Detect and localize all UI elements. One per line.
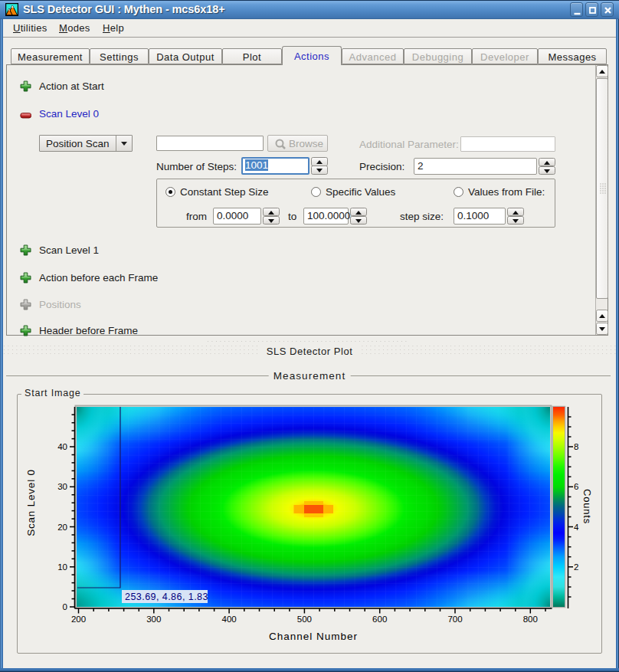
svg-text:Channel Number: Channel Number (269, 631, 358, 642)
svg-text:Scan Level 0: Scan Level 0 (25, 469, 37, 536)
svg-text:400: 400 (222, 615, 237, 624)
svg-text:20: 20 (57, 523, 67, 532)
svg-text:8: 8 (574, 442, 578, 451)
svg-text:30: 30 (57, 482, 67, 491)
svg-text:Counts: Counts (581, 489, 593, 524)
svg-text:253.69, 4.86, 1.83: 253.69, 4.86, 1.83 (125, 592, 208, 602)
svg-text:4: 4 (574, 523, 579, 532)
svg-text:2: 2 (574, 562, 578, 572)
svg-text:10: 10 (57, 562, 67, 572)
svg-text:0: 0 (63, 602, 67, 611)
svg-text:800: 800 (523, 615, 538, 624)
svg-text:200: 200 (71, 615, 86, 624)
svg-text:700: 700 (447, 615, 462, 624)
svg-text:300: 300 (146, 615, 161, 624)
svg-text:40: 40 (57, 442, 67, 451)
svg-text:6: 6 (574, 482, 578, 491)
svg-text:600: 600 (372, 615, 387, 624)
svg-text:500: 500 (297, 615, 312, 624)
